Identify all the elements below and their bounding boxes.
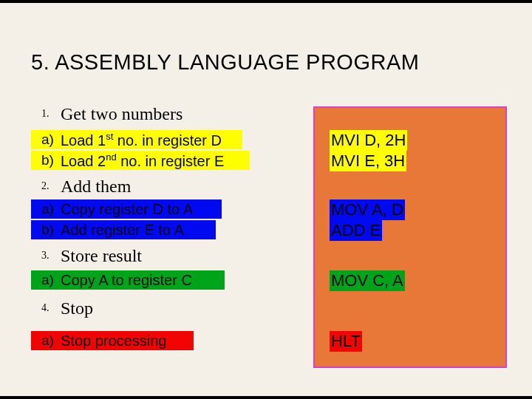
step-4-marker: 4. (31, 302, 61, 314)
step-3: 3. Store result (31, 244, 304, 267)
step-4a-text: Stop processing (61, 332, 166, 349)
asm-line-6: HLT (330, 331, 362, 352)
step-3a-text: Copy A to register C (61, 272, 192, 289)
asm-line-4: ADD E (330, 220, 382, 241)
asm-line-5: MOV C, A (330, 270, 405, 291)
step-2a-text: Copy register D to A (61, 201, 193, 218)
step-1b-text: Load 2nd no. in register E (61, 151, 224, 170)
asm-line-3: MOV A, D (330, 200, 405, 220)
step-1a-text: Load 1st no. in register D (61, 131, 222, 149)
step-4: 4. Stop (31, 296, 304, 321)
step-2: 2. Add them (31, 174, 304, 198)
step-1b: b) Load 2nd no. in register E (31, 151, 250, 170)
step-1b-marker: b) (31, 152, 61, 168)
step-4a-marker: a) (31, 332, 61, 349)
step-1-marker: 1. (31, 108, 61, 120)
step-1: 1. Get two numbers (31, 102, 304, 126)
step-4-text: Stop (61, 299, 93, 318)
step-2-text: Add them (61, 177, 131, 197)
step-1-text: Get two numbers (61, 104, 183, 124)
asm-line-2: MVI E, 3H (330, 151, 406, 171)
step-1a-marker: a) (31, 132, 61, 148)
step-2b-text: Add register E to A (61, 222, 184, 239)
step-3a-marker: a) (31, 272, 61, 288)
step-4a: a) Stop processing (31, 331, 194, 350)
step-3-text: Store result (61, 246, 142, 266)
slide: 5. ASSEMBLY LANGUAGE PROGRAM 1. Get two … (0, 3, 532, 396)
step-1a: a) Load 1st no. in register D (31, 130, 242, 149)
step-2b-marker: b) (31, 222, 61, 238)
step-3-marker: 3. (31, 250, 61, 262)
step-2a-marker: a) (31, 201, 61, 217)
asm-line-1: MVI D, 2H (330, 130, 407, 151)
step-2b: b) Add register E to A (31, 220, 216, 239)
step-2-marker: 2. (31, 180, 61, 192)
slide-title: 5. ASSEMBLY LANGUAGE PROGRAM (31, 50, 419, 75)
step-3a: a) Copy A to register C (31, 270, 225, 290)
step-2a: a) Copy register D to A (31, 200, 222, 219)
